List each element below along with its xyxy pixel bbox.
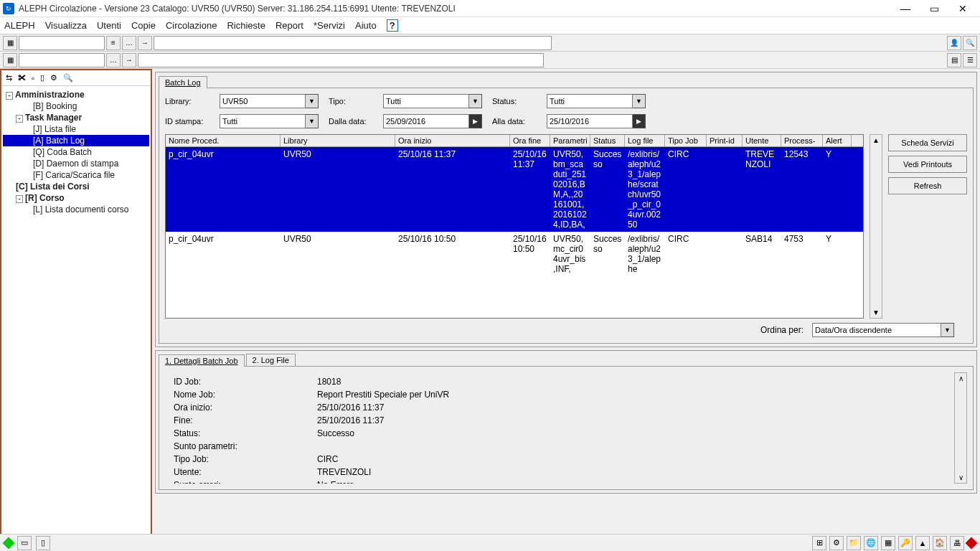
table-row[interactable]: p_cir_04uvrUVR5025/10/16 11:3725/10/16 1… <box>166 147 863 232</box>
col-parametri[interactable]: Parametri <box>550 135 590 146</box>
tree-carica-scarica[interactable]: [F] Carica/Scarica file <box>3 169 149 181</box>
detail-row: Nome Job:Report Prestiti Speciale per Un… <box>174 388 946 401</box>
filter-library[interactable] <box>220 94 306 108</box>
menu-report[interactable]: Report <box>275 20 303 31</box>
tab-log-file[interactable]: 2. Log File <box>246 354 296 366</box>
menu-circolazione[interactable]: Circolazione <box>166 20 217 31</box>
scheda-servizi-button[interactable]: Scheda Servizi <box>888 134 967 151</box>
date-picker-icon[interactable]: ▶ <box>469 114 482 128</box>
details-scrollbar[interactable]: ∧∨ <box>954 372 967 484</box>
tb2-btn1[interactable]: ▦ <box>3 53 17 67</box>
tb1-ellipsis-icon[interactable]: … <box>122 36 136 50</box>
filter-alla-data[interactable] <box>547 114 633 128</box>
grid-body[interactable]: p_cir_04uvrUVR5025/10/16 11:3725/10/16 1… <box>166 147 863 318</box>
tb2-ellipsis-icon[interactable]: … <box>106 53 121 67</box>
sb-icon-3[interactable]: 📁 <box>847 536 861 550</box>
close-button[interactable]: ✕ <box>948 0 977 17</box>
table-row[interactable]: p_cir_04uvrUVR5025/10/16 10:5025/10/16 1… <box>166 232 863 276</box>
maximize-button[interactable]: ▭ <box>920 0 948 17</box>
filter-tipo[interactable] <box>383 94 469 108</box>
dropdown-icon[interactable]: ▼ <box>306 94 319 108</box>
col-status[interactable]: Status <box>590 135 625 146</box>
dropdown-icon[interactable]: ▼ <box>633 94 646 108</box>
nav-icon-3[interactable]: ▫ <box>32 74 34 83</box>
sb-icon-7[interactable]: ▲ <box>915 536 930 550</box>
scroll-down-icon[interactable]: ∨ <box>958 474 963 481</box>
col-utente[interactable]: Utente <box>743 135 781 146</box>
tree-amministrazione[interactable]: -Amministrazione <box>3 89 149 100</box>
grid-scrollbar[interactable]: ▲▼ <box>870 134 882 319</box>
tree-batch-log[interactable]: [A] Batch Log <box>3 135 149 146</box>
menu-richieste[interactable]: Richieste <box>227 20 265 31</box>
tb2-input[interactable] <box>19 53 105 67</box>
tree-coda-batch[interactable]: [Q] Coda Batch <box>3 146 149 158</box>
menu-aiuto[interactable]: Aiuto <box>355 20 377 31</box>
col-alert[interactable]: Alert <box>823 135 852 146</box>
vedi-printouts-button[interactable]: Vedi Printouts <box>888 156 967 173</box>
col-print-id[interactable]: Print-id <box>707 135 743 146</box>
sb-icon-9[interactable]: 🖶 <box>950 536 964 550</box>
tb1-btn1[interactable]: ▦ <box>3 36 17 50</box>
sort-combo[interactable] <box>812 323 941 337</box>
tb1-input[interactable] <box>19 36 105 50</box>
menu-aleph[interactable]: ALEPH <box>4 20 35 31</box>
dropdown-icon[interactable]: ▼ <box>469 94 482 108</box>
tab-batch-log[interactable]: Batch Log <box>159 76 207 88</box>
tb1-go-icon[interactable]: → <box>138 36 152 50</box>
tree-booking[interactable]: [B] Booking <box>3 100 149 112</box>
tb2-wide-input[interactable] <box>138 53 544 67</box>
tree-daemon-stampa[interactable]: [D] Daemon di stampa <box>3 158 149 169</box>
col-process[interactable]: Process- <box>781 135 823 146</box>
tree-task-manager[interactable]: -Task Manager <box>3 112 149 123</box>
menu-visualizza[interactable]: Visualizza <box>45 20 87 31</box>
tb2-go-icon[interactable]: → <box>122 53 136 67</box>
filter-status[interactable] <box>547 94 633 108</box>
scroll-up-icon[interactable]: ▲ <box>872 136 880 144</box>
sb-icon-6[interactable]: 🔑 <box>898 536 913 550</box>
minimize-button[interactable]: — <box>891 0 920 17</box>
tree-lista-documenti-corso[interactable]: [L] Lista documenti corso <box>3 204 149 215</box>
dropdown-icon[interactable]: ▼ <box>941 323 954 337</box>
sb-left-1[interactable]: ▭ <box>17 536 32 550</box>
col-library[interactable]: Library <box>281 135 395 146</box>
scroll-up-icon[interactable]: ∧ <box>958 375 963 382</box>
col-nome-proced[interactable]: Nome Proced. <box>166 135 281 146</box>
sb-icon-2[interactable]: ⚙ <box>829 536 844 550</box>
date-picker-icon[interactable]: ▶ <box>633 114 646 128</box>
table-cell: UVR50,mc_cir04uvr_bis,INF, <box>550 232 590 276</box>
col-ora-fine[interactable]: Ora fine <box>510 135 550 146</box>
tab-dettagli[interactable]: 1. Dettagli Batch Job <box>159 354 245 367</box>
sb-icon-8[interactable]: 🏠 <box>933 536 947 550</box>
sb-left-2[interactable]: ▯ <box>36 536 50 550</box>
details-panel: 1. Dettagli Batch Job 2. Log File ID Job… <box>155 350 977 494</box>
filter-idstampa[interactable] <box>220 114 306 128</box>
tree-lista-corsi[interactable]: [C] Lista dei Corsi <box>3 181 149 192</box>
nav-icon-2[interactable]: ✀ <box>18 74 26 83</box>
nav-icon-5[interactable]: ⚙ <box>50 73 57 83</box>
tb2-list-icon[interactable]: ☰ <box>963 53 977 67</box>
tb1-binoculars-icon[interactable]: 🔍 <box>963 36 977 50</box>
filter-dalla-data[interactable] <box>383 114 469 128</box>
sb-icon-5[interactable]: ▦ <box>881 536 895 550</box>
sb-icon-1[interactable]: ⊞ <box>812 536 826 550</box>
menu-copie[interactable]: Copie <box>131 20 156 31</box>
col-ora-inizio[interactable]: Ora inizio <box>395 135 510 146</box>
help-icon[interactable]: ? <box>387 19 398 32</box>
tb1-user-icon[interactable]: 👤 <box>947 36 961 50</box>
dropdown-icon[interactable]: ▼ <box>306 114 319 128</box>
nav-icon-1[interactable]: ⇆ <box>6 73 12 83</box>
nav-icon-6[interactable]: 🔍 <box>63 73 73 83</box>
sb-icon-4[interactable]: 🌐 <box>864 536 878 550</box>
menu-utenti[interactable]: Utenti <box>97 20 121 31</box>
tb1-wide-input[interactable] <box>154 36 552 50</box>
tb2-card-icon[interactable]: ▤ <box>947 53 961 67</box>
tree-lista-file[interactable]: [J] Lista file <box>3 123 149 135</box>
scroll-down-icon[interactable]: ▼ <box>872 309 880 316</box>
tree-corso[interactable]: -[R] Corso <box>3 192 149 204</box>
nav-icon-4[interactable]: ▯ <box>40 73 44 83</box>
refresh-button[interactable]: Refresh <box>888 177 967 194</box>
col-tipo-job[interactable]: Tipo Job <box>665 135 707 146</box>
col-log-file[interactable]: Log file <box>625 135 665 146</box>
menu-servizi[interactable]: *Servizi <box>314 20 345 31</box>
tb1-list-icon[interactable]: ≡ <box>106 36 121 50</box>
